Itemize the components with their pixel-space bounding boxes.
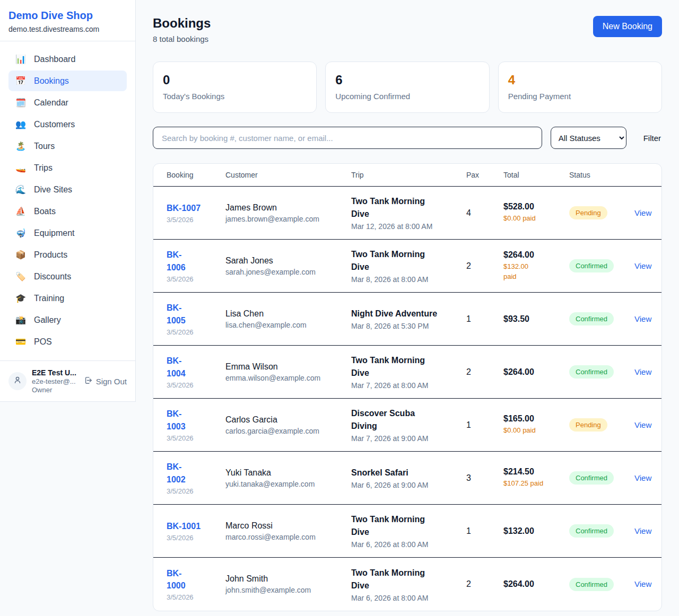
pax-cell: 1 bbox=[453, 519, 490, 543]
sidebar-item-equipment[interactable]: 🤿 Equipment bbox=[8, 223, 127, 243]
customer-email: sarah.jones@example.com bbox=[225, 268, 333, 276]
total-amount: $214.50 bbox=[503, 467, 551, 477]
bar-chart-icon: 📊 bbox=[15, 54, 27, 64]
page-title: Bookings bbox=[153, 16, 211, 31]
booking-date: 3/5/2026 bbox=[167, 593, 207, 601]
sidebar-item-gallery[interactable]: 📸 Gallery bbox=[8, 310, 127, 330]
user-email: e2e-tester@... bbox=[32, 377, 79, 385]
total-cell: $264.00 bbox=[490, 360, 556, 384]
customer-email: lisa.chen@example.com bbox=[225, 321, 333, 329]
table-row: BK- 1006 3/5/2026 Sarah Jones sarah.jone… bbox=[153, 240, 661, 293]
status-filter-select[interactable]: All Statuses bbox=[551, 127, 626, 149]
total-amount: $264.00 bbox=[503, 367, 551, 377]
trip-name: Snorkel Safari bbox=[351, 467, 448, 479]
actions-cell: View bbox=[621, 307, 661, 331]
user-meta: E2E Test U... e2e-tester@... Owner bbox=[32, 368, 79, 394]
sidebar-item-bookings[interactable]: 📅 Bookings bbox=[8, 71, 127, 91]
paid-amount: $107.25 paid bbox=[503, 479, 551, 488]
view-link[interactable]: View bbox=[634, 261, 651, 270]
column-header-total: Total bbox=[490, 164, 556, 186]
sidebar-item-label: Dive Sites bbox=[34, 185, 72, 195]
trip-name: Two Tank Morning Dive bbox=[351, 195, 448, 221]
sign-out-icon bbox=[84, 376, 93, 386]
stat-value: 0 bbox=[163, 73, 307, 87]
sidebar-item-calendar[interactable]: 🗓️ Calendar bbox=[8, 92, 127, 113]
booking-id-link[interactable]: BK- 1003 bbox=[167, 408, 186, 432]
customer-email: james.brown@example.com bbox=[225, 215, 333, 223]
status-cell: Confirmed bbox=[556, 305, 621, 333]
view-link[interactable]: View bbox=[634, 367, 651, 376]
actions-cell: View bbox=[621, 201, 661, 225]
table-row: BK- 1003 3/5/2026 Carlos Garcia carlos.g… bbox=[153, 399, 661, 452]
filter-button[interactable]: Filter bbox=[642, 130, 662, 146]
sidebar-item-pos[interactable]: 💳 POS bbox=[8, 331, 127, 352]
brand-domain: demo.test.divestreams.com bbox=[8, 25, 127, 33]
sidebar-item-label: POS bbox=[34, 337, 52, 347]
customer-cell: Marco Rossi marco.rossi@example.com bbox=[212, 514, 338, 549]
sidebar-item-trips[interactable]: 🚤 Trips bbox=[8, 157, 127, 178]
sailboat-icon: ⛵ bbox=[15, 206, 27, 216]
view-link[interactable]: View bbox=[634, 473, 651, 482]
view-link[interactable]: View bbox=[634, 314, 651, 323]
trip-name: Discover Scuba Diving bbox=[351, 407, 448, 433]
customer-email: yuki.tanaka@example.com bbox=[225, 480, 333, 488]
total-amount: $264.00 bbox=[503, 250, 551, 260]
stat-card-upcoming-confirmed: 6 Upcoming Confirmed bbox=[325, 61, 489, 113]
sidebar-item-tours[interactable]: 🏝️ Tours bbox=[8, 136, 127, 156]
booking-id-link[interactable]: BK- 1000 bbox=[167, 567, 186, 592]
view-link[interactable]: View bbox=[634, 420, 651, 429]
island-icon: 🏝️ bbox=[15, 141, 27, 151]
customer-email: carlos.garcia@example.com bbox=[225, 427, 333, 435]
view-link[interactable]: View bbox=[634, 208, 651, 217]
booking-id-link[interactable]: BK- 1005 bbox=[167, 302, 186, 326]
pax-cell: 3 bbox=[453, 466, 490, 490]
booking-id-link[interactable]: BK-1001 bbox=[167, 520, 201, 532]
sidebar-item-dashboard[interactable]: 📊 Dashboard bbox=[8, 49, 127, 69]
sidebar-item-products[interactable]: 📦 Products bbox=[8, 244, 127, 265]
customer-email: john.smith@example.com bbox=[225, 586, 333, 594]
status-badge: Confirmed bbox=[569, 365, 614, 379]
trip-name: Night Dive Adventure bbox=[351, 307, 448, 320]
sidebar-item-customers[interactable]: 👥 Customers bbox=[8, 114, 127, 135]
booking-date: 3/5/2026 bbox=[167, 275, 207, 283]
total-cell: $264.00 bbox=[490, 572, 556, 596]
total-amount: $132.00 bbox=[503, 526, 551, 536]
actions-cell: View bbox=[621, 572, 661, 596]
total-amount: $264.00 bbox=[503, 579, 551, 589]
page-subtitle: 8 total bookings bbox=[153, 34, 211, 43]
customer-cell: James Brown james.brown@example.com bbox=[212, 196, 338, 231]
sidebar-item-dive-sites[interactable]: 🌊 Dive Sites bbox=[8, 179, 127, 200]
sidebar-item-discounts[interactable]: 🏷️ Discounts bbox=[8, 266, 127, 287]
trip-date: Mar 7, 2026 at 8:00 AM bbox=[351, 381, 448, 390]
total-amount: $165.00 bbox=[503, 414, 551, 424]
total-cell: $93.50 bbox=[490, 307, 556, 331]
customer-cell: Sarah Jones sarah.jones@example.com bbox=[212, 249, 338, 284]
booking-id-link[interactable]: BK- 1002 bbox=[167, 461, 186, 485]
table-row: BK-1001 3/5/2026 Marco Rossi marco.rossi… bbox=[153, 505, 661, 558]
sign-out-button[interactable]: Sign Out bbox=[84, 376, 127, 386]
booking-id-link[interactable]: BK- 1004 bbox=[167, 355, 186, 379]
sign-out-label: Sign Out bbox=[96, 377, 127, 386]
sidebar-item-boats[interactable]: ⛵ Boats bbox=[8, 201, 127, 222]
booking-date: 3/5/2026 bbox=[167, 381, 207, 389]
booking-cell: BK- 1005 3/5/2026 bbox=[153, 294, 212, 343]
booking-id-link[interactable]: BK-1007 bbox=[167, 202, 201, 214]
search-input[interactable] bbox=[153, 127, 542, 149]
sidebar-item-training[interactable]: 🎓 Training bbox=[8, 288, 127, 309]
spiral-calendar-icon: 🗓️ bbox=[15, 98, 27, 108]
view-link[interactable]: View bbox=[634, 579, 651, 588]
new-booking-button[interactable]: New Booking bbox=[593, 16, 662, 37]
trip-date: Mar 6, 2026 at 9:00 AM bbox=[351, 481, 448, 489]
trip-name: Two Tank Morning Dive bbox=[351, 567, 448, 592]
booking-id-link[interactable]: BK- 1006 bbox=[167, 249, 186, 273]
customer-email: emma.wilson@example.com bbox=[225, 374, 333, 382]
view-link[interactable]: View bbox=[634, 526, 651, 535]
actions-cell: View bbox=[621, 413, 661, 437]
booking-cell: BK- 1003 3/5/2026 bbox=[153, 400, 212, 449]
status-badge: Pending bbox=[569, 206, 607, 219]
actions-cell: View bbox=[621, 519, 661, 543]
booking-date: 3/5/2026 bbox=[167, 216, 207, 224]
pax-cell: 1 bbox=[453, 307, 490, 331]
trip-date: Mar 6, 2026 at 8:00 AM bbox=[351, 540, 448, 549]
paid-amount: $132.00 paid bbox=[503, 262, 551, 281]
